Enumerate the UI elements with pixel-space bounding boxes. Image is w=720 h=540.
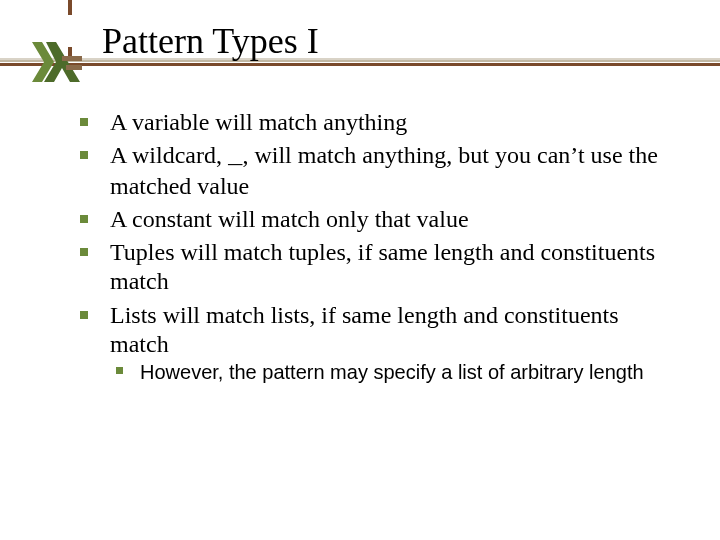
decor-tick-top [68, 0, 72, 15]
bullet-text: A constant will match only that value [110, 206, 469, 232]
bullet-item: A variable will match anything [74, 108, 679, 137]
slide-content: A variable will match anything A wildcar… [74, 108, 679, 389]
bullet-item: A constant will match only that value [74, 205, 679, 234]
svg-rect-3 [66, 65, 82, 70]
slide-title: Pattern Types I [102, 20, 319, 62]
haskell-logo-icon [32, 42, 82, 82]
bullet-text-pre: A wildcard, [110, 142, 228, 168]
bullet-text: Lists will match lists, if same length a… [110, 302, 619, 357]
bullet-text: A variable will match anything [110, 109, 407, 135]
bullet-item: A wildcard, _, will match anything, but … [74, 141, 679, 201]
sub-bullet-item: However, the pattern may specify a list … [110, 359, 679, 385]
bullet-item: Lists will match lists, if same length a… [74, 301, 679, 386]
svg-rect-2 [62, 56, 82, 61]
slide: Pattern Types I A variable will match an… [0, 0, 720, 540]
sub-bullet-text: However, the pattern may specify a list … [140, 361, 644, 383]
decor-line [0, 63, 720, 66]
bullet-text: Tuples will match tuples, if same length… [110, 239, 655, 294]
code-underscore: _ [228, 143, 242, 170]
bullet-item: Tuples will match tuples, if same length… [74, 238, 679, 297]
